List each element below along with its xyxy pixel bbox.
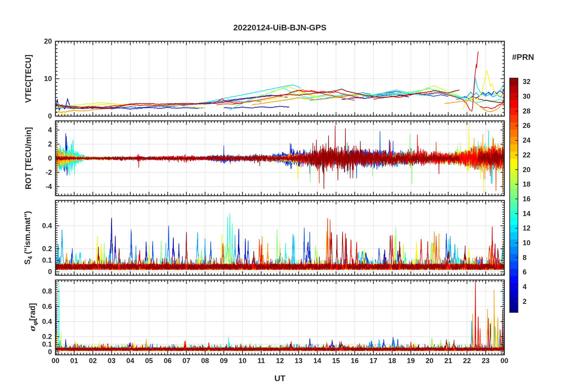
colorbar-tick-label: 12 xyxy=(523,224,531,232)
x-tick-label: 22 xyxy=(463,357,471,365)
x-tick-label: 06 xyxy=(164,357,172,365)
colorbar-tick-label: 30 xyxy=(523,92,531,101)
x-tick-label: 20 xyxy=(426,357,434,365)
y-tick-label: 2 xyxy=(28,140,52,148)
x-tick-label: 02 xyxy=(89,357,97,365)
y-tick-label: -2 xyxy=(28,168,52,177)
colorbar-title: #PRN xyxy=(512,52,534,62)
y-tick-label: 0.6 xyxy=(28,302,52,311)
x-tick-label: 09 xyxy=(220,357,228,365)
y-tick-label: -4 xyxy=(28,182,52,191)
x-tick-label: 18 xyxy=(388,357,396,365)
x-tick-label: 07 xyxy=(183,357,191,365)
x-tick-label: 14 xyxy=(313,357,321,365)
figure-title: 20220124-UiB-BJN-GPS xyxy=(55,23,504,32)
colorbar-tick-label: 8 xyxy=(523,253,526,262)
y-tick-label: 10 xyxy=(28,75,52,83)
x-tick-label: 21 xyxy=(444,357,452,365)
x-tick-label: 15 xyxy=(332,357,340,365)
colorbar-tick-label: 20 xyxy=(523,166,531,174)
x-tick-label: 03 xyxy=(108,357,116,365)
x-tick-label: 16 xyxy=(351,357,359,365)
colorbar-tick-label: 2 xyxy=(523,297,526,306)
x-tick-label: 08 xyxy=(201,357,209,365)
x-tick-label: 01 xyxy=(70,357,78,365)
x-tick-label: 23 xyxy=(482,357,490,365)
colorbar-tick-label: 26 xyxy=(523,121,531,130)
y-tick-label: 20 xyxy=(28,37,52,45)
colorbar-tick-label: 14 xyxy=(523,210,531,218)
y-tick-label: 0 xyxy=(28,154,52,162)
x-tick-label: 05 xyxy=(145,357,153,365)
x-tick-label: 00 xyxy=(501,357,508,365)
colorbar-tick-label: 28 xyxy=(523,107,531,115)
y-tick-label: 0.2 xyxy=(28,245,52,253)
y-tick-label: 0 xyxy=(28,112,52,120)
x-tick-label: 00 xyxy=(52,357,60,365)
colorbar-tick-label: 18 xyxy=(523,180,531,188)
colorbar-tick-label: 16 xyxy=(523,195,531,203)
colorbar-tick-label: 22 xyxy=(523,151,531,159)
y-tick-label: 0.1 xyxy=(28,256,52,264)
y-tick-label: 0 xyxy=(28,348,52,356)
x-tick-label: 13 xyxy=(295,357,303,365)
x-tick-label: 17 xyxy=(370,357,378,365)
y-tick-label: 0 xyxy=(28,268,52,276)
x-tick-label: 10 xyxy=(239,357,247,365)
plot-canvas xyxy=(0,0,561,392)
colorbar-tick-label: 24 xyxy=(523,136,531,144)
y-tick-label: 0.4 xyxy=(28,222,52,230)
x-tick-label: 12 xyxy=(276,357,284,365)
colorbar-tick-label: 6 xyxy=(523,268,526,276)
ylabel-sigma-main: σ xyxy=(28,326,37,332)
y-tick-label: 0.1 xyxy=(28,340,52,348)
y-tick-label: 0.4 xyxy=(28,317,52,326)
colorbar-tick-label: 4 xyxy=(523,283,526,291)
x-tick-label: 11 xyxy=(257,357,265,365)
x-tick-label: 04 xyxy=(126,357,134,365)
y-tick-label: 0.8 xyxy=(28,287,52,295)
figure-root: 20220124-UiB-BJN-GPS VTEC[TECU] ROT [TEC… xyxy=(0,0,561,392)
colorbar-tick-label: 32 xyxy=(523,78,531,86)
colorbar-tick-label: 10 xyxy=(523,239,531,247)
x-tick-label: 19 xyxy=(407,357,415,365)
y-tick-label: 4 xyxy=(28,126,52,134)
xlabel-ut: UT xyxy=(55,374,504,383)
y-tick-label: 0.2 xyxy=(28,332,52,341)
